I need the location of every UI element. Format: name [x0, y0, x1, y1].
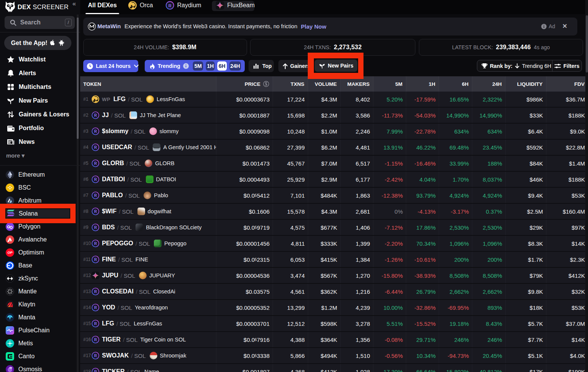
svg-text:R: R [94, 338, 97, 342]
svg-text:R: R [94, 354, 97, 358]
svg-text:R: R [168, 3, 171, 8]
svg-text:R: R [94, 290, 97, 294]
svg-text:R: R [94, 193, 97, 198]
svg-text:R: R [94, 370, 97, 372]
svg-text:R: R [94, 161, 97, 166]
svg-text:R: R [94, 177, 97, 182]
svg-text:R: R [94, 306, 97, 310]
svg-text:R: R [94, 258, 97, 262]
svg-text:R: R [94, 113, 97, 118]
svg-text:R: R [94, 145, 97, 150]
svg-text:R: R [94, 322, 97, 326]
svg-text:R: R [94, 209, 97, 214]
svg-text:R: R [94, 129, 97, 134]
svg-text:R: R [94, 242, 97, 246]
svg-text:R: R [94, 225, 97, 230]
